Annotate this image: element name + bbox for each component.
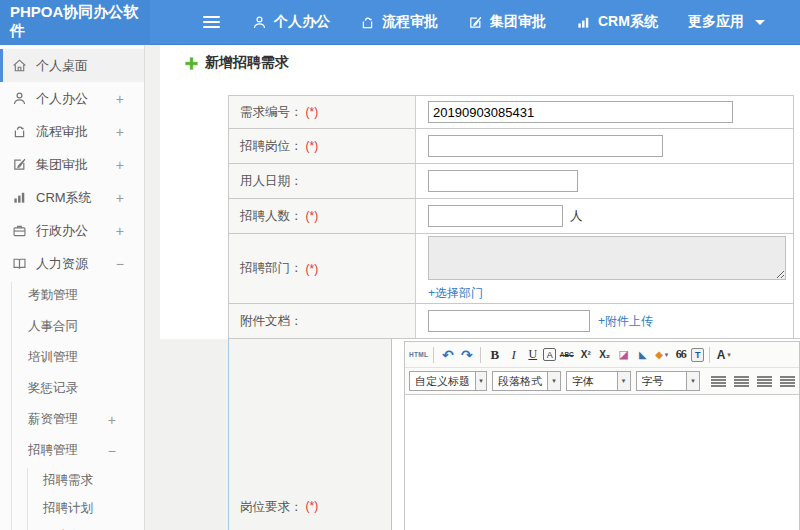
menu-item-personal-office[interactable]: 个人办公 <box>252 13 330 31</box>
user-icon <box>12 91 27 106</box>
job-requirements-label: 岗位要求：(*) <box>228 338 392 530</box>
paragraph-format-select[interactable]: 段落格式▾ <box>492 371 561 391</box>
expand-icon[interactable]: + <box>116 91 124 107</box>
sidebar-item-personal-office[interactable]: 个人办公+ <box>0 82 144 115</box>
form-row-attachment: 附件文档： +附件上传 <box>228 303 800 338</box>
department-textarea[interactable] <box>428 236 786 280</box>
header-menu: 个人办公流程审批集团审批CRM系统更多应用 <box>252 13 765 31</box>
caret-down-icon: ▾ <box>665 351 669 359</box>
sidebar-item-personal-desktop[interactable]: 个人桌面 <box>0 49 144 82</box>
font-size-select[interactable]: 字号▾ <box>636 371 701 391</box>
font-family-select[interactable]: 字体▾ <box>566 371 631 391</box>
sidebar-item-label: 培训管理 <box>28 349 78 366</box>
hamburger-icon[interactable] <box>203 13 220 31</box>
expand-icon[interactable]: + <box>116 190 124 206</box>
expand-icon[interactable]: + <box>116 223 124 239</box>
field-label: 岗位要求： <box>240 499 303 516</box>
caret-down-icon: ▾ <box>727 351 731 359</box>
collapse-icon[interactable]: − <box>108 443 116 459</box>
blockquote-button[interactable]: 66 <box>672 346 689 364</box>
sidebar-item-recruit-request[interactable]: 招聘需求 <box>0 466 144 494</box>
autotypeset-button[interactable]: ◆▾ <box>653 346 670 364</box>
sidebar-item-workflow-approval[interactable]: 流程审批+ <box>0 115 144 148</box>
italic-button[interactable]: I <box>505 346 522 364</box>
editor-toolbar-row2: 自定义标题▾段落格式▾字体▾字号▾ <box>405 368 799 395</box>
expand-icon[interactable]: + <box>108 412 116 428</box>
attachment-input[interactable] <box>428 310 590 332</box>
sidebar-item-recruit-plan[interactable]: 招聘计划 <box>0 494 144 522</box>
attachment-upload-link[interactable]: +附件上传 <box>598 313 653 330</box>
select-department-link[interactable]: +选择部门 <box>428 285 786 302</box>
field-label: 招聘岗位： <box>240 138 303 155</box>
alignment-button-group <box>711 376 795 387</box>
position-label: 招聘岗位：(*) <box>228 128 415 163</box>
sidebar-item-reward-punish[interactable]: 奖惩记录 <box>0 373 144 404</box>
user-icon <box>252 15 267 30</box>
sidebar-item-talent-pool[interactable]: 人才库 <box>0 522 144 530</box>
hire-date-cell <box>415 163 794 198</box>
position-cell <box>415 128 794 163</box>
expand-icon[interactable]: + <box>116 157 124 173</box>
field-label: 附件文档： <box>240 313 303 330</box>
expand-icon[interactable]: + <box>116 124 124 140</box>
position-input[interactable] <box>428 135 663 157</box>
headcount-input[interactable] <box>428 205 563 227</box>
strikethrough-button[interactable]: ABC <box>558 346 575 364</box>
menu-item-label: CRM系统 <box>598 13 658 31</box>
menu-item-more-apps[interactable]: 更多应用 <box>688 13 765 31</box>
flow-icon <box>12 124 27 139</box>
subscript-button[interactable]: X₂ <box>596 346 613 364</box>
undo-button[interactable]: ↶ <box>439 346 456 364</box>
sidebar-item-admin-office[interactable]: 行政办公+ <box>0 214 144 247</box>
sidebar-item-label: 考勤管理 <box>28 287 78 304</box>
fontcolor-button[interactable]: A▾ <box>715 346 732 364</box>
editor-content[interactable] <box>405 395 799 530</box>
book-icon <box>12 256 27 271</box>
required-mark: (*) <box>306 139 319 153</box>
department-label: 招聘部门：(*) <box>228 233 415 303</box>
sidebar-item-attendance-mgmt[interactable]: 考勤管理 <box>0 280 144 311</box>
chart-icon <box>576 15 591 30</box>
superscript-button[interactable]: X² <box>577 346 594 364</box>
source-button[interactable]: HTML <box>409 346 428 364</box>
menu-item-crm-system[interactable]: CRM系统 <box>576 13 658 31</box>
job-requirements-cell: HTML↶↷BIUAABCX²X₂◪◣◆▾66TA▾ 自定义标题▾段落格式▾字体… <box>392 338 800 530</box>
menu-item-workflow-approval[interactable]: 流程审批 <box>360 13 438 31</box>
pastetext-button[interactable]: T <box>691 348 704 362</box>
sidebar-item-salary-mgmt[interactable]: 薪资管理+ <box>0 404 144 435</box>
hire-date-input[interactable] <box>428 170 578 192</box>
caret-down-icon: ▾ <box>475 372 486 390</box>
align-center-button[interactable] <box>734 376 749 387</box>
fontborder-button[interactable]: A <box>543 348 556 361</box>
flow-icon <box>360 15 375 30</box>
home-icon <box>12 58 27 73</box>
sidebar-item-recruit-mgmt[interactable]: 招聘管理− <box>0 435 144 466</box>
headcount-label: 招聘人数：(*) <box>228 198 415 233</box>
hire-date-label: 用人日期： <box>228 163 415 198</box>
formatpainter-button[interactable]: ◣ <box>634 346 651 364</box>
request-no-label: 需求编号：(*) <box>228 95 415 128</box>
bold-button[interactable]: B <box>486 346 503 364</box>
underline-button[interactable]: U <box>524 346 541 364</box>
custom-title-select[interactable]: 自定义标题▾ <box>409 371 487 391</box>
align-justify-button[interactable] <box>780 376 795 387</box>
required-mark: (*) <box>306 262 319 276</box>
caret-down-icon: ▾ <box>547 372 560 390</box>
align-left-button[interactable] <box>711 376 726 387</box>
form-row-request-no: 需求编号：(*) <box>228 95 800 128</box>
menu-item-label: 集团审批 <box>490 13 546 31</box>
select-label: 自定义标题 <box>410 374 475 389</box>
align-right-button[interactable] <box>757 376 772 387</box>
sidebar-item-hr-contract[interactable]: 人事合同 <box>0 311 144 342</box>
sidebar-item-crm-system[interactable]: CRM系统+ <box>0 181 144 214</box>
sidebar-item-group-approval[interactable]: 集团审批+ <box>0 148 144 181</box>
redo-button[interactable]: ↷ <box>458 346 475 364</box>
sidebar-item-human-resources[interactable]: 人力资源− <box>0 247 144 280</box>
headcount-unit: 人 <box>570 208 583 225</box>
form-row-headcount: 招聘人数：(*) 人 <box>228 198 800 233</box>
sidebar-item-training-mgmt[interactable]: 培训管理 <box>0 342 144 373</box>
eraser-button[interactable]: ◪ <box>615 346 632 364</box>
collapse-icon[interactable]: − <box>116 256 124 272</box>
menu-item-group-approval[interactable]: 集团审批 <box>468 13 546 31</box>
request-no-input[interactable] <box>428 101 733 123</box>
